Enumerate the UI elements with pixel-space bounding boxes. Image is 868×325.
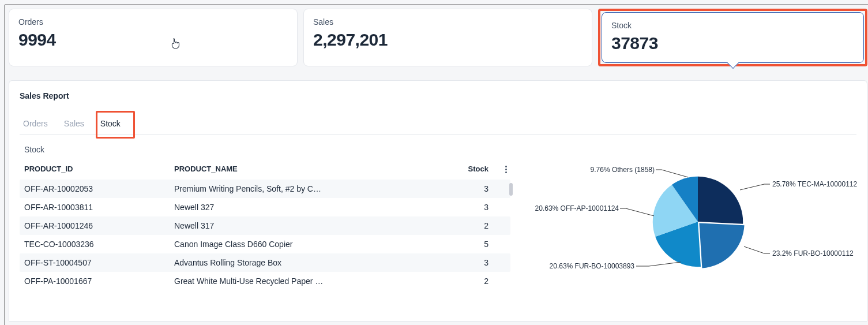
table-row[interactable]: OFF-PA-10001667Great White Multi-Use Rec… (20, 272, 510, 290)
card-sales-label: Sales (313, 17, 583, 27)
card-stock-value: 37873 (611, 33, 854, 53)
summary-cards-row: Orders 9994 Sales 2,297,201 Stock 37873 (9, 9, 867, 66)
cell-product-id: OFF-PA-10001667 (24, 277, 174, 286)
stock-pie-chart: 25.78% TEC-MA-10000112 23.2% FUR-BO-1000… (533, 161, 856, 290)
pie-label-0: 25.78% TEC-MA-10000112 (772, 180, 857, 188)
cell-stock: 3 (460, 258, 506, 267)
card-stock[interactable]: Stock 37873 (602, 12, 864, 63)
pie-slice[interactable] (698, 177, 743, 224)
cell-stock: 2 (460, 221, 506, 230)
table-row[interactable]: TEC-CO-10003236Canon Image Class D660 Co… (20, 235, 510, 253)
cell-product-id: OFF-ST-10004507 (24, 258, 174, 267)
cell-stock: 3 (460, 184, 506, 193)
cell-stock: 2 (460, 277, 506, 286)
col-header-product-id[interactable]: PRODUCT_ID (24, 165, 174, 173)
table-scrollbar[interactable] (509, 183, 513, 196)
cell-product-id: OFF-AR-10001246 (24, 221, 174, 230)
col-header-stock[interactable]: Stock (460, 165, 506, 173)
cell-product-id: OFF-AR-10002053 (24, 184, 174, 193)
table-row[interactable]: OFF-AR-10001246Newell 3172 (20, 216, 510, 235)
tab-orders[interactable]: Orders (22, 113, 49, 134)
pie-label-2: 20.63% FUR-BO-10003893 (545, 262, 634, 270)
cell-product-id: OFF-AR-10003811 (24, 203, 174, 212)
card-orders-label: Orders (18, 17, 288, 27)
card-sales-value: 2,297,201 (313, 30, 583, 50)
report-tabs: Orders Sales Stock (20, 113, 856, 135)
sales-report-panel: Sales Report Orders Sales Stock Stock PR… (9, 80, 867, 322)
pointer-cursor-icon (171, 38, 180, 50)
table-menu-icon[interactable] (501, 165, 510, 174)
pie-slice[interactable] (699, 223, 744, 268)
card-stock-highlight: Stock 37873 (598, 9, 867, 66)
card-sales[interactable]: Sales 2,297,201 (303, 9, 592, 66)
card-orders[interactable]: Orders 9994 (9, 9, 298, 66)
cell-stock: 5 (460, 240, 506, 249)
pie-chart-svg (649, 173, 747, 271)
tab-sales[interactable]: Sales (63, 113, 85, 134)
tab-stock[interactable]: Stock (99, 113, 122, 134)
cell-product-name: Newell 327 (174, 203, 460, 212)
cell-product-name: Premium Writing Pencils, Soft, #2 by C… (174, 184, 460, 193)
table-row[interactable]: OFF-AR-10002053Premium Writing Pencils, … (20, 180, 510, 198)
report-title: Sales Report (20, 91, 856, 100)
table-row[interactable]: OFF-ST-10004507Advantus Rolling Storage … (20, 253, 510, 272)
card-orders-value: 9994 (18, 30, 288, 50)
table-header: PRODUCT_ID PRODUCT_NAME Stock (20, 161, 510, 180)
col-header-product-name[interactable]: PRODUCT_NAME (174, 165, 460, 173)
pie-label-3: 20.63% OFF-AP-10001124 (533, 204, 619, 212)
section-label-stock: Stock (20, 135, 856, 161)
stock-table: PRODUCT_ID PRODUCT_NAME Stock OFF-AR-100… (20, 161, 510, 290)
cell-product-name: Newell 317 (174, 221, 460, 230)
cell-product-name: Advantus Rolling Storage Box (174, 258, 460, 267)
pie-label-4: 9.76% Others (1858) (580, 166, 655, 174)
cell-stock: 3 (460, 203, 506, 212)
table-row[interactable]: OFF-AR-10003811Newell 3273 (20, 198, 510, 216)
cell-product-name: Great White Multi-Use Recycled Paper … (174, 277, 460, 286)
pie-label-1: 23.2% FUR-BO-10000112 (772, 249, 854, 257)
cell-product-name: Canon Image Class D660 Copier (174, 240, 460, 249)
cell-product-id: TEC-CO-10003236 (24, 240, 174, 249)
card-stock-label: Stock (611, 21, 854, 30)
